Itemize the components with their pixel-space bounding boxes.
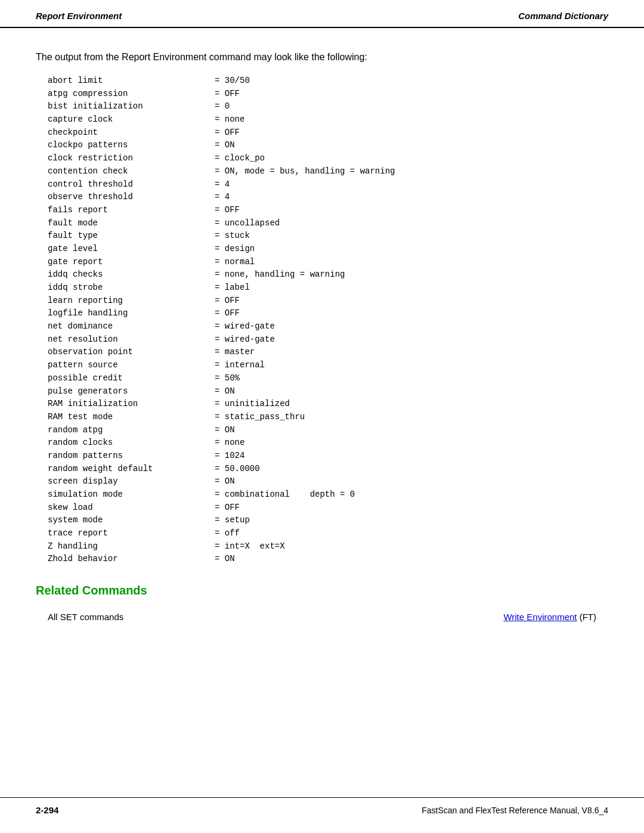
code-key: observe threshold xyxy=(48,191,215,204)
code-value: = ON xyxy=(215,139,235,152)
right-item-suffix: (FT) xyxy=(577,612,596,622)
code-value: = ON xyxy=(215,424,235,437)
code-value: = OFF xyxy=(215,307,240,320)
write-environment-link[interactable]: Write Environment xyxy=(503,612,577,622)
code-line: bist initialization= 0 xyxy=(48,100,608,113)
footer-manual-name: FastScan and FlexTest Reference Manual, … xyxy=(422,806,608,815)
code-key: logfile handling xyxy=(48,307,215,320)
code-key: clock restriction xyxy=(48,152,215,165)
code-line: clockpo patterns= ON xyxy=(48,139,608,152)
code-value: = none, handling = warning xyxy=(215,268,345,281)
code-value: = wired-gate xyxy=(215,320,275,333)
code-key: RAM initialization xyxy=(48,398,215,411)
code-line: Z handling= int=X ext=X xyxy=(48,540,608,553)
code-line: RAM test mode= static_pass_thru xyxy=(48,411,608,424)
code-key: system mode xyxy=(48,514,215,527)
code-line: gate level= design xyxy=(48,243,608,256)
code-value: = uncollapsed xyxy=(215,217,280,230)
code-value: = clock_po xyxy=(215,152,265,165)
code-line: observation point= master xyxy=(48,346,608,359)
code-line: RAM initialization= uninitialized xyxy=(48,398,608,411)
code-key: random clocks xyxy=(48,436,215,450)
related-commands-section: Related Commands All SET commands Write … xyxy=(36,584,608,624)
code-key: random weight default xyxy=(48,463,215,476)
code-line: gate report= normal xyxy=(48,256,608,269)
code-value: = wired-gate xyxy=(215,333,275,346)
code-value: = ON, mode = bus, handling = warning xyxy=(215,165,395,178)
code-line: system mode= setup xyxy=(48,514,608,527)
code-value: = 1024 xyxy=(215,450,244,463)
code-value: = 4 xyxy=(215,178,230,191)
code-line: random patterns= 1024 xyxy=(48,450,608,463)
code-key: abort limit xyxy=(48,75,215,88)
code-value: = 30/50 xyxy=(215,75,250,88)
code-line: atpg compression= OFF xyxy=(48,88,608,101)
code-line: screen display= ON xyxy=(48,475,608,488)
header-left-label: Report Environment xyxy=(36,11,122,21)
code-value: = label xyxy=(215,281,250,295)
related-commands-row: All SET commands Write Environment (FT) xyxy=(36,609,608,624)
code-key: bist initialization xyxy=(48,100,215,113)
code-line: random clocks= none xyxy=(48,436,608,450)
code-value: = 0 xyxy=(215,100,230,113)
all-set-commands-label: All SET commands xyxy=(36,612,123,622)
code-key: gate report xyxy=(48,256,215,269)
code-value: = ON xyxy=(215,553,235,566)
code-key: simulation mode xyxy=(48,488,215,501)
code-value: = ON xyxy=(215,475,235,488)
code-key: possible credit xyxy=(48,372,215,385)
code-line: capture clock= none xyxy=(48,113,608,126)
code-line: skew load= OFF xyxy=(48,501,608,515)
code-line: learn reporting= OFF xyxy=(48,295,608,308)
related-commands-heading: Related Commands xyxy=(36,584,608,597)
page-header: Report Environment Command Dictionary xyxy=(0,0,644,28)
code-value: = OFF xyxy=(215,88,240,101)
code-value: = 50.0000 xyxy=(215,463,260,476)
code-value: = normal xyxy=(215,256,255,269)
code-key: skew load xyxy=(48,501,215,515)
code-key: iddq strobe xyxy=(48,281,215,295)
code-line: checkpoint= OFF xyxy=(48,126,608,140)
code-value: = OFF xyxy=(215,501,240,515)
code-line: Zhold behavior= ON xyxy=(48,553,608,566)
code-value: = OFF xyxy=(215,204,240,217)
code-key: trace report xyxy=(48,527,215,540)
code-key: iddq checks xyxy=(48,268,215,281)
code-key: screen display xyxy=(48,475,215,488)
code-key: atpg compression xyxy=(48,88,215,101)
code-line: simulation mode= combinational depth = 0 xyxy=(48,488,608,501)
code-key: RAM test mode xyxy=(48,411,215,424)
code-value: = none xyxy=(215,113,244,126)
code-line: abort limit= 30/50 xyxy=(48,75,608,88)
code-line: possible credit= 50% xyxy=(48,372,608,385)
code-value: = setup xyxy=(215,514,250,527)
code-line: iddq checks= none, handling = warning xyxy=(48,268,608,281)
code-value: = int=X ext=X xyxy=(215,540,285,553)
code-value: = stuck xyxy=(215,230,250,243)
code-key: control threshold xyxy=(48,178,215,191)
code-key: checkpoint xyxy=(48,126,215,140)
page-footer: 2-294 FastScan and FlexTest Reference Ma… xyxy=(0,797,644,815)
code-line: iddq strobe= label xyxy=(48,281,608,295)
footer-page-number: 2-294 xyxy=(36,805,58,815)
code-key: learn reporting xyxy=(48,295,215,308)
code-block: abort limit= 30/50atpg compression= OFFb… xyxy=(48,75,608,566)
code-line: fault type= stuck xyxy=(48,230,608,243)
code-value: = OFF xyxy=(215,126,240,140)
code-value: = 4 xyxy=(215,191,230,204)
code-line: fault mode= uncollapsed xyxy=(48,217,608,230)
code-line: net dominance= wired-gate xyxy=(48,320,608,333)
code-key: net dominance xyxy=(48,320,215,333)
code-value: = ON xyxy=(215,385,235,398)
code-line: random atpg= ON xyxy=(48,424,608,437)
code-key: capture clock xyxy=(48,113,215,126)
code-line: clock restriction= clock_po xyxy=(48,152,608,165)
code-value: = master xyxy=(215,346,255,359)
code-key: clockpo patterns xyxy=(48,139,215,152)
code-line: trace report= off xyxy=(48,527,608,540)
header-right-label: Command Dictionary xyxy=(518,11,608,21)
related-commands-table: All SET commands Write Environment (FT) xyxy=(36,609,608,624)
code-line: random weight default= 50.0000 xyxy=(48,463,608,476)
code-key: pattern source xyxy=(48,359,215,372)
code-value: = design xyxy=(215,243,255,256)
